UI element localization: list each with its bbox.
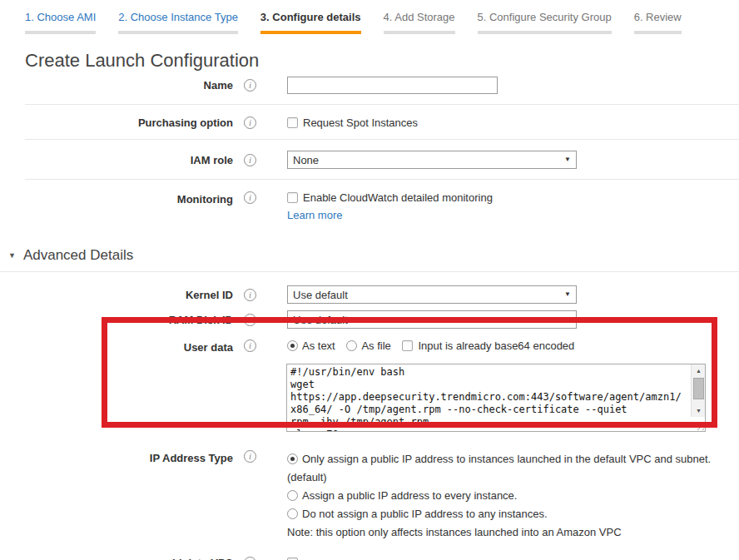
ip-every-instance-radio[interactable] xyxy=(287,490,298,501)
script-line: x86_64/ -O /tmp/agent.rpm --no-check-cer… xyxy=(290,404,687,416)
name-label: Name xyxy=(0,79,233,92)
iam-role-label: IAM role xyxy=(0,154,233,166)
enable-cloudwatch-checkbox[interactable] xyxy=(287,192,298,203)
request-spot-instances-checkbox[interactable] xyxy=(287,117,298,128)
user-data-label: User data xyxy=(0,339,233,354)
ip-no-instances-radio[interactable] xyxy=(287,508,298,519)
ram-disk-id-label: RAM Disk ID xyxy=(0,314,233,326)
dropdown-arrow-icon xyxy=(564,290,571,298)
form-row-ram-disk-id: RAM Disk ID Use default xyxy=(0,310,739,329)
purchasing-option-label: Purchasing option xyxy=(0,116,233,129)
form-row-monitoring: Monitoring Enable CloudWatch detailed mo… xyxy=(0,191,739,221)
ip-default-vpc-label: Only assign a public IP address to insta… xyxy=(287,453,711,483)
divider xyxy=(25,179,739,180)
name-input[interactable] xyxy=(287,77,498,94)
ip-option-every-instance: Assign a public IP address to every inst… xyxy=(287,487,716,505)
info-icon[interactable] xyxy=(244,79,256,92)
ip-address-type-label: IP Address Type xyxy=(0,450,233,464)
form-row-purchasing-option: Purchasing option Request Spot Instances xyxy=(0,116,739,129)
ram-disk-id-selected-value: Use default xyxy=(293,314,348,326)
base64-encoded-label: Input is already base64 encoded xyxy=(418,339,574,352)
as-file-radio[interactable] xyxy=(346,340,357,351)
collapse-triangle-icon[interactable] xyxy=(8,251,16,260)
resize-handle-icon[interactable] xyxy=(694,420,704,430)
kernel-id-select[interactable]: Use default xyxy=(287,285,577,304)
iam-role-select[interactable]: None xyxy=(287,151,577,169)
form-row-ip-address-type: IP Address Type Only assign a public IP … xyxy=(0,450,739,542)
tab-choose-ami[interactable]: 1. Choose AMI xyxy=(25,11,96,34)
scroll-down-icon[interactable] xyxy=(692,404,706,417)
ip-default-vpc-radio[interactable] xyxy=(287,453,298,464)
tab-add-storage[interactable]: 4. Add Storage xyxy=(384,11,455,34)
scroll-up-icon[interactable] xyxy=(692,364,706,377)
kernel-id-selected-value: Use default xyxy=(293,289,348,301)
info-icon[interactable] xyxy=(244,154,256,166)
user-data-textarea[interactable]: #!/usr/bin/env bash wget https://app.dee… xyxy=(286,364,706,432)
form-row-iam-role: IAM role None xyxy=(0,151,739,169)
form-row-kernel-id: Kernel ID Use default xyxy=(0,285,739,304)
wizard-tabs: 1. Choose AMI 2. Choose Instance Type 3.… xyxy=(0,0,739,34)
info-icon[interactable] xyxy=(244,289,256,301)
advanced-details-title: Advanced Details xyxy=(23,247,133,264)
info-icon[interactable] xyxy=(244,314,256,326)
monitoring-label: Monitoring xyxy=(0,191,233,206)
ip-option-no-instances: Do not assign a public IP address to any… xyxy=(287,505,716,523)
script-line: #!/usr/bin/env bash xyxy=(290,366,687,379)
tab-configure-details[interactable]: 3. Configure details xyxy=(260,11,361,34)
ip-address-type-note: Note: this option only affects instances… xyxy=(287,523,716,542)
scrollbar-thumb[interactable] xyxy=(693,378,704,399)
request-spot-instances-label: Request Spot Instances xyxy=(303,116,418,129)
divider xyxy=(25,139,739,140)
divider xyxy=(25,104,739,105)
link-to-vpc-label: Link to VPC xyxy=(0,557,233,560)
learn-more-link[interactable]: Learn more xyxy=(287,209,342,221)
info-icon[interactable] xyxy=(244,450,256,463)
info-icon[interactable] xyxy=(244,116,256,129)
kernel-id-label: Kernel ID xyxy=(0,289,233,301)
form-row-link-to-vpc: Link to VPC xyxy=(0,557,739,560)
advanced-details-header: Advanced Details xyxy=(0,247,739,272)
ip-every-instance-label: Assign a public IP address to every inst… xyxy=(302,489,517,502)
form-row-name: Name xyxy=(0,77,739,94)
form-row-user-data: User data As text As file Input is alrea… xyxy=(0,339,739,354)
tab-choose-instance-type[interactable]: 2. Choose Instance Type xyxy=(118,11,238,34)
ram-disk-id-select[interactable]: Use default xyxy=(287,310,577,329)
ip-no-instances-label: Do not assign a public IP address to any… xyxy=(302,508,548,520)
tab-configure-security-group[interactable]: 5. Configure Security Group xyxy=(478,11,612,34)
enable-cloudwatch-label: Enable CloudWatch detailed monitoring xyxy=(303,191,493,204)
script-line: https://app.deepsecurity.trendmicro.com:… xyxy=(290,391,687,404)
info-icon[interactable] xyxy=(244,557,256,560)
info-icon[interactable] xyxy=(244,191,256,204)
as-text-label: As text xyxy=(302,339,335,352)
script-line: rpm -ihv /tmp/agent.rpm xyxy=(290,416,687,429)
scrollbar[interactable] xyxy=(691,364,705,417)
base64-encoded-checkbox[interactable] xyxy=(402,340,413,351)
user-data-script: #!/usr/bin/env bash wget https://app.dee… xyxy=(287,364,691,431)
script-line: sleep 70 xyxy=(290,429,687,431)
page-title: Create Launch Configuration xyxy=(25,50,739,72)
as-file-label: As file xyxy=(361,339,390,352)
tab-review[interactable]: 6. Review xyxy=(634,11,682,34)
as-text-radio[interactable] xyxy=(287,340,298,351)
info-icon[interactable] xyxy=(244,339,256,352)
script-line: wget xyxy=(290,379,687,391)
dropdown-arrow-icon xyxy=(564,315,571,323)
ip-option-default-vpc: Only assign a public IP address to insta… xyxy=(287,450,716,487)
dropdown-arrow-icon xyxy=(564,156,571,163)
iam-role-selected-value: None xyxy=(293,154,319,166)
